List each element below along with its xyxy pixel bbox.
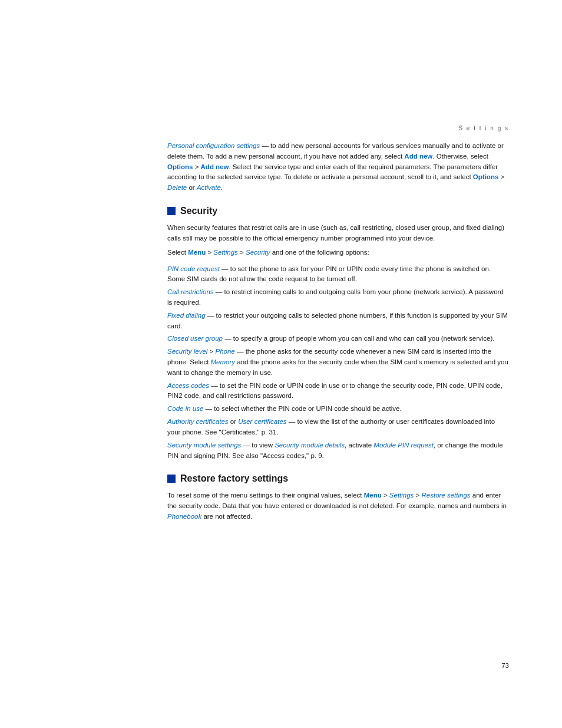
- security-level-arrow: >: [207, 348, 215, 355]
- personal-config-link[interactable]: Personal configuration settings: [167, 142, 260, 149]
- restore-arrow2: >: [414, 492, 421, 499]
- security-item-1: Call restrictions — to restrict incoming…: [167, 287, 509, 308]
- page: S e t t i n g s Personal configuration s…: [0, 0, 562, 728]
- restore-text: To reset some of the menu settings to th…: [167, 490, 509, 522]
- restore-title: Restore factory settings: [180, 472, 288, 486]
- closed-user-group-link[interactable]: Closed user group: [167, 335, 223, 342]
- activate-link[interactable]: Activate: [197, 184, 221, 191]
- fixed-dialing-link[interactable]: Fixed dialing: [167, 312, 206, 319]
- select-text: Select: [167, 249, 188, 256]
- restore-text-1: To reset some of the menu settings to th…: [167, 492, 364, 499]
- intro-text-6: >: [498, 173, 504, 180]
- intro-text-3: . Otherwise, select: [432, 153, 488, 160]
- security-intro: When security features that restrict cal…: [167, 223, 509, 258]
- settings-link[interactable]: Settings: [213, 249, 238, 256]
- content-area: S e t t i n g s Personal configuration s…: [167, 124, 509, 528]
- page-header: S e t t i n g s: [167, 124, 509, 133]
- security-intro-text: When security features that restrict cal…: [167, 223, 509, 244]
- restore-settings-path-link[interactable]: Settings: [389, 492, 414, 499]
- security-item-7: Authority certificates or User certifica…: [167, 417, 509, 438]
- access-codes-link[interactable]: Access codes: [167, 382, 209, 389]
- restore-square-icon: [167, 475, 176, 483]
- security-module-text1: — to view: [241, 442, 275, 449]
- pin-code-request-link[interactable]: PIN code request: [167, 265, 220, 272]
- security-level-link[interactable]: Security level: [167, 348, 207, 355]
- settings-label: S e t t i n g s: [458, 125, 509, 131]
- restore-settings-link[interactable]: Restore settings: [421, 492, 470, 499]
- security-section-heading: Security: [167, 204, 509, 218]
- authority-certificates-link[interactable]: Authority certificates: [167, 418, 229, 425]
- security-item-4: Security level > Phone — the phone asks …: [167, 347, 509, 378]
- security-select-text: Select Menu > Settings > Security and on…: [167, 248, 509, 258]
- user-certificates-link[interactable]: User certificates: [238, 418, 286, 425]
- restore-body: To reset some of the menu settings to th…: [167, 490, 509, 522]
- security-module-settings-link[interactable]: Security module settings: [167, 442, 241, 449]
- restore-arrow1: >: [382, 492, 389, 499]
- phonebook-link[interactable]: Phonebook: [167, 513, 201, 520]
- security-item-8: Security module settings — to view Secur…: [167, 440, 509, 462]
- security-title: Security: [180, 204, 217, 218]
- options-link-1[interactable]: Options: [167, 163, 193, 170]
- add-new-link-1[interactable]: Add new: [404, 153, 432, 160]
- access-codes-text: — to set the PIN code or UPIN code in us…: [167, 382, 503, 400]
- delete-link[interactable]: Delete: [167, 184, 187, 191]
- intro-text-7: or: [187, 184, 197, 191]
- security-item-0: PIN code request — to set the phone to a…: [167, 264, 509, 285]
- security-link[interactable]: Security: [246, 249, 270, 256]
- security-module-details-link[interactable]: Security module details: [275, 442, 345, 449]
- call-restrictions-text: — to restrict incoming calls to and outg…: [167, 288, 504, 306]
- select-end: and one of the following options:: [270, 249, 369, 256]
- closed-user-group-text: — to specify a group of people whom you …: [223, 335, 495, 342]
- call-restrictions-link[interactable]: Call restrictions: [167, 288, 214, 295]
- phone-link[interactable]: Phone: [216, 348, 235, 355]
- security-item-5: Access codes — to set the PIN code or UP…: [167, 381, 509, 402]
- intro-text-4: >: [193, 163, 200, 170]
- arrow1: >: [206, 249, 213, 256]
- security-item-6: Code in use — to select whether the PIN …: [167, 404, 509, 414]
- security-item-3: Closed user group — to specify a group o…: [167, 334, 509, 344]
- options-link-2[interactable]: Options: [473, 173, 498, 180]
- memory-link[interactable]: Memory: [211, 358, 236, 365]
- module-pin-request-link[interactable]: Module PIN request: [373, 442, 434, 449]
- fixed-dialing-text: — to restrict your outgoing calls to sel…: [167, 312, 508, 330]
- intro-text-8: .: [221, 184, 223, 191]
- restore-menu-link[interactable]: Menu: [364, 492, 382, 499]
- security-square-icon: [167, 207, 176, 215]
- security-item-2: Fixed dialing — to restrict your outgoin…: [167, 311, 509, 332]
- intro-paragraph: Personal configuration settings — to add…: [167, 141, 509, 193]
- menu-link[interactable]: Menu: [188, 249, 206, 256]
- page-number: 73: [501, 662, 509, 669]
- add-new-link-2[interactable]: Add new: [201, 163, 229, 170]
- arrow2: >: [238, 249, 246, 256]
- code-in-use-text: — to select whether the PIN code or UPIN…: [203, 405, 401, 412]
- or-text: or: [229, 418, 239, 425]
- restore-section-heading: Restore factory settings: [167, 472, 509, 486]
- security-module-text2: , activate: [345, 442, 373, 449]
- restore-text-5: are not affected.: [201, 513, 252, 520]
- code-in-use-link[interactable]: Code in use: [167, 405, 203, 412]
